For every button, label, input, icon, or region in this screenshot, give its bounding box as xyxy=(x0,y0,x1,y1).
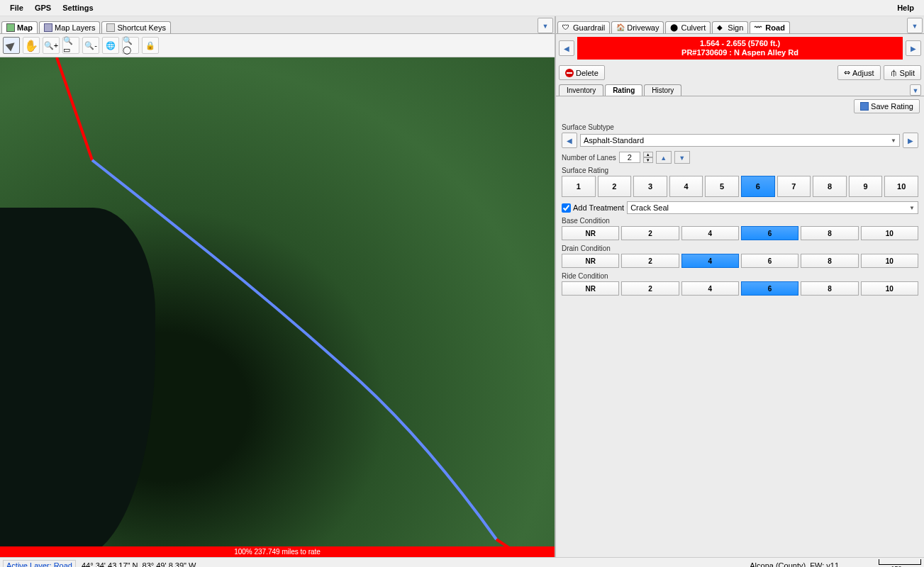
base-cond-6[interactable]: 6 xyxy=(741,226,798,240)
drain-cond-6[interactable]: 6 xyxy=(741,254,798,268)
surface-subtype-combo[interactable]: Asphalt-Standard▼ xyxy=(580,134,900,147)
tab-map[interactable]: Map xyxy=(1,21,38,33)
status-county: Alcona (County), FW: v11 xyxy=(750,561,839,567)
ride-cond-6[interactable]: 6 xyxy=(741,281,798,296)
tab-road[interactable]: 〰Road xyxy=(750,21,790,33)
drain-cond-2[interactable]: 2 xyxy=(621,254,679,268)
tab-rating[interactable]: Rating xyxy=(605,84,642,96)
surface-rating-3[interactable]: 3 xyxy=(633,176,667,197)
zoom-out-tool[interactable]: 🔍- xyxy=(82,37,99,54)
save-icon xyxy=(860,102,869,111)
zoom-sel-icon: 🔍◯ xyxy=(123,36,138,55)
detail-tab-dropdown[interactable] xyxy=(910,84,921,96)
surface-rating-10[interactable]: 10 xyxy=(884,176,918,197)
base-condition-row: NR246810 xyxy=(562,226,918,240)
next-segment-button[interactable] xyxy=(906,40,921,56)
lanes-up-button[interactable] xyxy=(656,151,672,164)
surface-rating-7[interactable]: 7 xyxy=(777,176,811,197)
tab-driveway[interactable]: 🏠Driveway xyxy=(611,21,664,33)
menu-file[interactable]: File xyxy=(4,1,29,14)
ride-cond-8[interactable]: 8 xyxy=(801,281,858,296)
lanes-label: Number of Lanes xyxy=(562,154,616,162)
tab-shortcut-label: Shortcut Keys xyxy=(117,23,165,32)
base-cond-4[interactable]: 4 xyxy=(681,226,739,240)
add-treatment-check[interactable]: Add Treatment xyxy=(562,203,624,213)
prev-segment-button[interactable] xyxy=(559,40,574,56)
arrow-right-icon xyxy=(908,136,913,145)
road-segment-blue xyxy=(92,160,496,539)
add-treatment-checkbox[interactable] xyxy=(562,203,571,213)
treatment-combo[interactable]: Crack Seal▼ xyxy=(627,201,918,214)
save-rating-button[interactable]: Save Rating xyxy=(854,99,920,113)
surface-rating-6[interactable]: 6 xyxy=(741,176,775,197)
base-cond-2[interactable]: 2 xyxy=(621,226,679,240)
menu-gps[interactable]: GPS xyxy=(29,1,57,14)
pointer-tool[interactable] xyxy=(3,37,20,54)
base-cond-10[interactable]: 10 xyxy=(861,226,918,240)
zoom-in-rect-tool[interactable]: 🔍▭ xyxy=(62,37,79,54)
cursor-icon xyxy=(6,40,18,52)
road-overlay xyxy=(0,57,555,557)
tab-history[interactable]: History xyxy=(644,84,681,96)
base-cond-NR[interactable]: NR xyxy=(562,226,619,240)
tab-sign[interactable]: ◆Sign xyxy=(712,21,748,33)
drain-cond-4[interactable]: 4 xyxy=(681,254,739,268)
ride-cond-NR[interactable]: NR xyxy=(562,281,619,296)
dropdown-icon: ▼ xyxy=(891,137,896,144)
surface-rating-1[interactable]: 1 xyxy=(562,176,596,197)
status-coords: 44° 34' 43.17" N, 83° 49' 8.39" W xyxy=(82,561,196,567)
lanes-spin-up[interactable]: ▲ xyxy=(643,152,653,157)
delete-button[interactable]: Delete xyxy=(559,65,605,80)
menu-settings[interactable]: Settings xyxy=(57,1,99,14)
rating-form: Surface Subtype Asphalt-Standard▼ Number… xyxy=(556,116,924,304)
tab-guardrail[interactable]: 🛡Guardrail xyxy=(557,21,610,33)
surface-subtype-prev[interactable] xyxy=(562,133,577,148)
ride-cond-10[interactable]: 10 xyxy=(861,281,918,296)
map-canvas[interactable]: 100% 237.749 miles to rate xyxy=(0,57,555,557)
map-progress-bar: 100% 237.749 miles to rate xyxy=(0,546,555,557)
surface-subtype-next[interactable] xyxy=(903,133,918,148)
surface-rating-label: Surface Rating xyxy=(562,167,918,174)
zoom-selection-tool[interactable]: 🔍◯ xyxy=(122,37,139,54)
segment-header: 1.564 - 2.655 (5760 ft.) PR#1730609 : N … xyxy=(556,34,924,62)
active-layer-link[interactable]: Active Layer: Road xyxy=(3,560,76,567)
surface-rating-2[interactable]: 2 xyxy=(598,176,632,197)
pan-tool[interactable]: ✋ xyxy=(23,37,40,54)
tab-culvert[interactable]: ⬤Culvert xyxy=(665,21,711,33)
lanes-down-button[interactable] xyxy=(674,151,690,164)
surface-rating-4[interactable]: 4 xyxy=(669,176,703,197)
tab-dropdown[interactable] xyxy=(538,18,553,33)
zoom-in-tool[interactable]: 🔍+ xyxy=(43,37,60,54)
chevron-down-icon xyxy=(912,21,918,30)
tab-map-layers[interactable]: Map Layers xyxy=(39,21,100,33)
surface-rating-5[interactable]: 5 xyxy=(705,176,739,197)
surface-rating-9[interactable]: 9 xyxy=(849,176,883,197)
menubar: File GPS Settings Help xyxy=(0,0,924,16)
drain-cond-8[interactable]: 8 xyxy=(801,254,858,268)
split-button[interactable]: ⫛Split xyxy=(884,65,921,80)
base-condition-label: Base Condition xyxy=(562,217,918,225)
adjust-button[interactable]: ⇔Adjust xyxy=(837,65,881,80)
hand-icon: ✋ xyxy=(24,39,38,52)
asset-tab-dropdown[interactable] xyxy=(907,18,923,33)
drain-cond-NR[interactable]: NR xyxy=(562,254,619,268)
zoom-rect-icon: 🔍▭ xyxy=(63,36,79,55)
lanes-input[interactable] xyxy=(619,152,640,163)
tab-guardrail-label: Guardrail xyxy=(573,23,605,32)
tab-inventory[interactable]: Inventory xyxy=(559,84,603,96)
menu-help[interactable]: Help xyxy=(891,1,920,14)
lock-tool[interactable]: 🔒 xyxy=(142,37,159,54)
segment-range: 1.564 - 2.655 (5760 ft.) xyxy=(579,39,901,48)
scale-bar xyxy=(879,559,921,565)
lock-icon: 🔒 xyxy=(145,41,155,50)
tab-shortcut-keys[interactable]: Shortcut Keys xyxy=(101,21,170,33)
asset-tab-row: 🛡Guardrail 🏠Driveway ⬤Culvert ◆Sign 〰Roa… xyxy=(556,16,924,34)
base-cond-8[interactable]: 8 xyxy=(801,226,858,240)
zoom-world-tool[interactable]: 🌐 xyxy=(102,37,119,54)
ride-condition-row: NR246810 xyxy=(562,281,918,296)
ride-cond-2[interactable]: 2 xyxy=(621,281,679,296)
drain-cond-10[interactable]: 10 xyxy=(861,254,918,268)
surface-rating-8[interactable]: 8 xyxy=(813,176,847,197)
ride-cond-4[interactable]: 4 xyxy=(681,281,739,296)
lanes-spin-down[interactable]: ▼ xyxy=(643,157,653,163)
